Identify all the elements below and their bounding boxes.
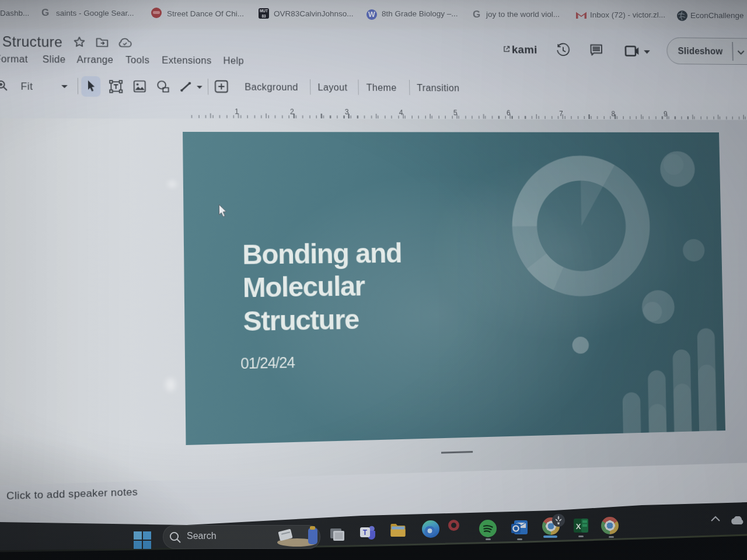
svg-text:T: T (363, 528, 368, 537)
svg-text:X: X (576, 522, 581, 531)
